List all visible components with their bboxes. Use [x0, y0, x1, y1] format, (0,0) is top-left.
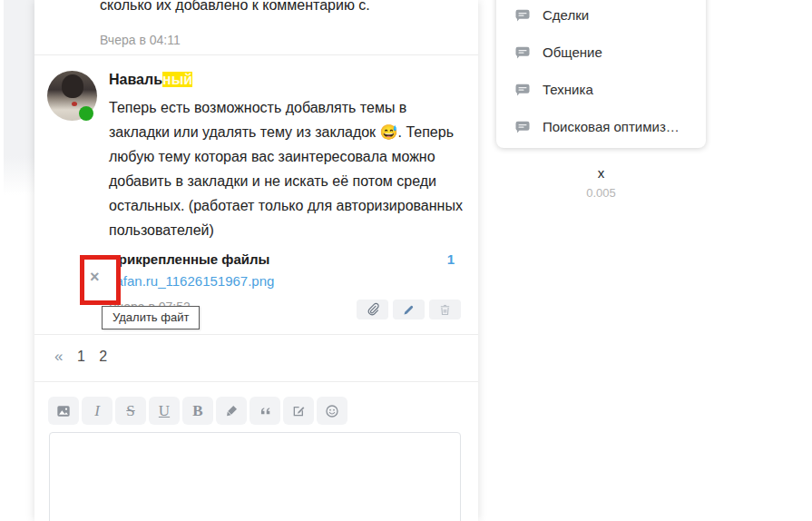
- speech-bubble-icon: [514, 44, 531, 61]
- attached-files-count: 1: [447, 251, 455, 267]
- page: сколько их добавлено к комментарию с. Вч…: [0, 0, 812, 521]
- paperclip-icon: [366, 302, 380, 317]
- attach-file-button[interactable]: [357, 300, 388, 319]
- sidebar-item-deals[interactable]: Сделки: [496, 0, 706, 34]
- attached-files-title: Прикрепленные файлы: [109, 251, 269, 267]
- annotation-red-box: ×: [80, 255, 121, 305]
- previous-comment-timestamp: Вчера в 04:11: [100, 33, 181, 47]
- strikethrough-button[interactable]: S: [115, 397, 146, 425]
- italic-button[interactable]: I: [82, 397, 113, 425]
- quote-button[interactable]: [249, 397, 280, 425]
- sidebar-item-communication[interactable]: Общение: [496, 34, 706, 71]
- strikethrough-label: S: [126, 402, 134, 420]
- bold-label: B: [192, 402, 202, 420]
- comments-card: сколько их добавлено к комментарию с. Вч…: [34, 0, 478, 521]
- trash-icon: [438, 303, 452, 317]
- online-status-dot: [79, 106, 93, 121]
- pagination-page-1[interactable]: 1: [77, 349, 85, 365]
- marker-button[interactable]: [216, 397, 247, 425]
- underline-label: U: [159, 402, 170, 420]
- smiley-icon: [325, 404, 339, 418]
- sidebar-item-label: Поисковая оптимиз…: [543, 119, 680, 134]
- sidebar-item-seo[interactable]: Поисковая оптимиз…: [496, 108, 706, 145]
- speech-bubble-icon: [514, 82, 531, 98]
- compose-icon: [291, 404, 306, 418]
- smiley-button[interactable]: [317, 397, 347, 425]
- sweat-smile-emoji-icon: 😅: [380, 124, 398, 140]
- quote-icon: [258, 404, 272, 418]
- bold-button[interactable]: B: [182, 397, 213, 425]
- speech-bubble-icon: [514, 119, 531, 135]
- categories-card: Сделки Общение Техника Поисковая оптимиз…: [496, 0, 706, 148]
- sidebar-item-tech[interactable]: Техника: [496, 71, 706, 108]
- sidebar-item-label: Общение: [543, 44, 602, 60]
- delete-comment-button[interactable]: [429, 300, 461, 319]
- comment-author[interactable]: Навальный: [109, 72, 192, 88]
- speech-bubble-icon: [514, 7, 531, 24]
- ad-value: 0.005: [496, 186, 706, 200]
- comment-body: Теперь есть возможность добавлять темы в…: [109, 95, 466, 242]
- compose-button[interactable]: [283, 397, 314, 425]
- author-name-highlighted: ный: [162, 72, 192, 87]
- edit-comment-button[interactable]: [393, 300, 425, 319]
- italic-label: I: [94, 402, 100, 420]
- delete-file-tooltip: Удалить файт: [102, 306, 200, 329]
- comment-text-after-emoji: . Теперь любую тему которая вас заинтере…: [109, 124, 463, 238]
- previous-comment-text: сколько их добавлено к комментарию с.: [100, 0, 463, 14]
- page-background-gap: [4, 0, 34, 195]
- underline-button[interactable]: U: [149, 397, 180, 425]
- marker-icon: [225, 404, 239, 418]
- divider: [34, 334, 478, 335]
- attached-file-link[interactable]: zafan.ru_11626151967.png: [109, 273, 274, 289]
- comment-text-before-emoji: Теперь есть возможность добавлять темы в…: [109, 100, 406, 140]
- sidebar-item-label: Техника: [543, 82, 593, 97]
- pagination-first-button[interactable]: «: [54, 348, 63, 366]
- pencil-icon: [402, 303, 416, 317]
- sidebar-item-label: Сделки: [543, 7, 589, 23]
- pagination: « 1 2: [54, 348, 117, 366]
- pagination-page-2[interactable]: 2: [99, 349, 107, 365]
- insert-image-button[interactable]: [48, 397, 79, 425]
- divider: [34, 54, 478, 55]
- ad-close-button[interactable]: x: [496, 165, 706, 181]
- image-icon: [56, 404, 71, 418]
- author-name-part: Наваль: [109, 72, 162, 87]
- reply-textarea[interactable]: [49, 432, 461, 521]
- divider: [34, 381, 478, 382]
- remove-file-button[interactable]: ×: [90, 269, 100, 285]
